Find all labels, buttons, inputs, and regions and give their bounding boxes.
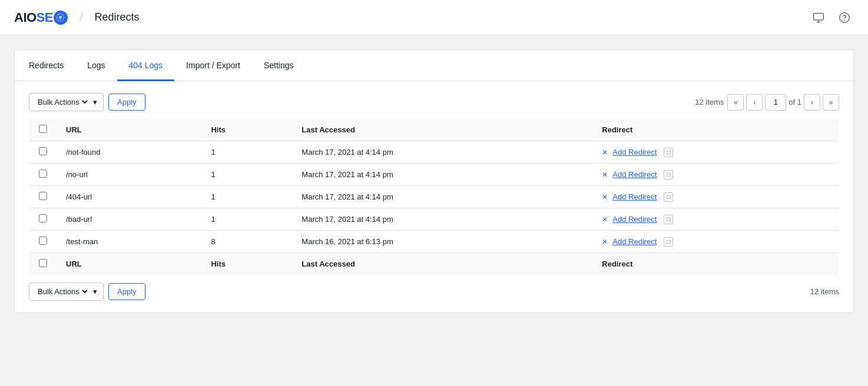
row-checkbox-cell: [29, 231, 57, 253]
col-hits-header: Hits: [201, 119, 292, 141]
row-redirect-cell: ✕ Add Redirect □: [592, 141, 839, 164]
row-hits: 8: [201, 231, 292, 253]
row-hits: 1: [201, 164, 292, 186]
bulk-actions-dropdown-bottom[interactable]: Bulk Actions Delete ▾: [29, 282, 104, 301]
tab-404-logs[interactable]: 404 Logs: [117, 50, 175, 81]
redirect-cell-content: ✕ Add Redirect □: [602, 192, 829, 202]
main-card: Redirects Logs 404 Logs Import / Export …: [14, 49, 854, 313]
row-url: /no-url: [57, 164, 201, 186]
bulk-actions-select[interactable]: Bulk Actions Delete: [35, 97, 90, 107]
col-redirect-header: Redirect: [592, 119, 839, 141]
delete-icon[interactable]: □: [664, 148, 673, 157]
col-last-accessed-header: Last Accessed: [292, 119, 592, 141]
page-number-input[interactable]: [765, 94, 786, 111]
toolbar-right: 12 items « ‹ of 1 › »: [695, 94, 839, 111]
footer-hits-col: Hits: [201, 253, 292, 275]
row-checkbox-cell: [29, 141, 57, 164]
row-checkbox[interactable]: [39, 237, 47, 245]
table-header-row: URL Hits Last Accessed Redirect: [29, 119, 839, 141]
row-hits: 1: [201, 208, 292, 231]
redirect-cell-content: ✕ Add Redirect □: [602, 237, 829, 247]
add-redirect-link[interactable]: Add Redirect: [612, 215, 657, 224]
row-url: /404-url: [57, 186, 201, 208]
col-url-header: URL: [57, 119, 201, 141]
add-redirect-link[interactable]: Add Redirect: [612, 237, 657, 246]
logo: AIO SE: [14, 10, 68, 25]
logo-gear-icon: [54, 11, 68, 25]
add-redirect-link[interactable]: Add Redirect: [612, 192, 657, 201]
table-section: Bulk Actions Delete ▾ Apply 12 items « ‹…: [15, 81, 853, 312]
pagination-first-btn[interactable]: «: [727, 94, 744, 111]
main-content: Redirects Logs 404 Logs Import / Export …: [0, 35, 868, 327]
table-row: /bad-url 1 March 17, 2021 at 4:14 pm ✕ A…: [29, 208, 839, 231]
row-url: /test-man: [57, 231, 201, 253]
svg-point-2: [844, 19, 845, 20]
row-checkbox[interactable]: [39, 192, 47, 200]
row-redirect-cell: ✕ Add Redirect □: [592, 186, 839, 208]
bulk-actions-select-bottom[interactable]: Bulk Actions Delete: [35, 287, 90, 297]
bulk-actions-dropdown[interactable]: Bulk Actions Delete ▾: [29, 93, 104, 111]
table-body: /not-found 1 March 17, 2021 at 4:14 pm ✕…: [29, 141, 839, 275]
add-redirect-link[interactable]: Add Redirect: [612, 148, 657, 157]
pagination-prev-btn[interactable]: ‹: [746, 94, 763, 111]
top-toolbar: Bulk Actions Delete ▾ Apply 12 items « ‹…: [29, 93, 839, 111]
delete-icon[interactable]: □: [664, 237, 673, 247]
col-checkbox: [29, 119, 57, 141]
footer-url-col: URL: [57, 253, 201, 275]
tab-redirects[interactable]: Redirects: [29, 50, 75, 81]
delete-icon[interactable]: □: [664, 192, 673, 202]
svg-point-1: [840, 12, 850, 22]
row-checkbox-cell: [29, 186, 57, 208]
tab-import-export[interactable]: Import / Export: [174, 50, 252, 81]
footer-last-accessed-col: Last Accessed: [292, 253, 592, 275]
redirect-x-icon: ✕: [602, 193, 608, 201]
table-row: /not-found 1 March 17, 2021 at 4:14 pm ✕…: [29, 141, 839, 164]
pagination-last-btn[interactable]: »: [823, 94, 839, 111]
apply-button-bottom[interactable]: Apply: [108, 283, 145, 300]
redirect-cell-content: ✕ Add Redirect □: [602, 148, 829, 157]
logo-aio: AIO: [14, 10, 37, 25]
redirect-x-icon: ✕: [602, 148, 608, 157]
footer-select-all-checkbox[interactable]: [39, 259, 47, 267]
redirect-cell-content: ✕ Add Redirect □: [602, 215, 829, 224]
row-checkbox-cell: [29, 208, 57, 231]
row-last-accessed: March 17, 2021 at 4:14 pm: [292, 186, 592, 208]
row-last-accessed: March 17, 2021 at 4:14 pm: [292, 141, 592, 164]
table-row: /no-url 1 March 17, 2021 at 4:14 pm ✕ Ad…: [29, 164, 839, 186]
table-footer-row: URL Hits Last Accessed Redirect: [29, 253, 839, 275]
data-table: URL Hits Last Accessed Redirect /not-fou…: [29, 118, 839, 275]
monitor-button[interactable]: [809, 8, 828, 27]
row-checkbox[interactable]: [39, 147, 47, 155]
apply-button-top[interactable]: Apply: [108, 94, 145, 111]
toolbar-left: Bulk Actions Delete ▾ Apply: [29, 93, 145, 111]
table-row: /404-url 1 March 17, 2021 at 4:14 pm ✕ A…: [29, 186, 839, 208]
row-checkbox[interactable]: [39, 169, 47, 178]
top-bar-right: [809, 8, 854, 27]
delete-icon[interactable]: □: [664, 170, 673, 179]
table-head: URL Hits Last Accessed Redirect: [29, 119, 839, 141]
divider: /: [79, 11, 83, 24]
delete-icon[interactable]: □: [664, 215, 673, 224]
tab-logs[interactable]: Logs: [75, 50, 117, 81]
row-redirect-cell: ✕ Add Redirect □: [592, 231, 839, 253]
top-bar-left: AIO SE / Redirects: [14, 10, 140, 25]
tab-settings[interactable]: Settings: [252, 50, 306, 81]
redirect-cell-content: ✕ Add Redirect □: [602, 170, 829, 179]
bottom-toolbar: Bulk Actions Delete ▾ Apply 12 items: [29, 282, 839, 301]
logo-se: SE: [37, 10, 53, 25]
add-redirect-link[interactable]: Add Redirect: [612, 170, 657, 179]
redirect-x-icon: ✕: [602, 238, 608, 246]
table-row: /test-man 8 March 16, 2021 at 6:13 pm ✕ …: [29, 231, 839, 253]
row-hits: 1: [201, 186, 292, 208]
dropdown-chevron-icon-bottom: ▾: [93, 287, 97, 296]
row-last-accessed: March 17, 2021 at 4:14 pm: [292, 208, 592, 231]
row-checkbox[interactable]: [39, 214, 47, 222]
page-title: Redirects: [95, 11, 140, 24]
pagination-next-btn[interactable]: ›: [804, 94, 820, 111]
help-button[interactable]: [835, 8, 854, 27]
items-count-bottom: 12 items: [810, 287, 839, 296]
select-all-checkbox[interactable]: [39, 125, 47, 133]
row-checkbox-cell: [29, 164, 57, 186]
row-url: /bad-url: [57, 208, 201, 231]
row-url: /not-found: [57, 141, 201, 164]
